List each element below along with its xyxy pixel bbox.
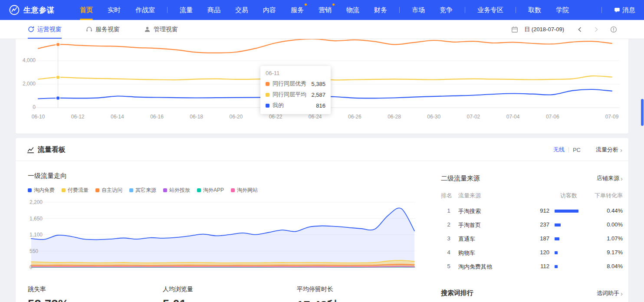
nav-item-label: 财务 [374, 6, 387, 14]
secondary-traffic-pane: 二级流量来源 店铺来源 › 排名流量来源访客数下单转化率 1手淘搜索9120.4… [441, 138, 623, 302]
legend-item-付费流量[interactable]: 付费流量 [62, 187, 89, 194]
visitors-bar [555, 265, 558, 268]
source-cell[interactable]: 手淘首页 [458, 221, 481, 229]
nav-item-消息[interactable]: 消息 [614, 0, 635, 20]
legend-swatch [95, 188, 99, 192]
metric-跳失率: 跳失率58.73% [28, 286, 69, 302]
table-row: 5淘内免费其他1128.04% [441, 259, 623, 273]
legend-item-淘内免费[interactable]: 淘内免费 [28, 187, 55, 194]
table-row: 1手淘搜索9120.44% [441, 204, 623, 218]
nav-item-label: 作战室 [135, 6, 155, 14]
nav-item-竞争[interactable]: 竞争 [440, 0, 453, 20]
nav-group: 取数学院 [528, 0, 569, 20]
nav-item-服务[interactable]: 服务 [291, 0, 304, 20]
nav-divider [399, 7, 400, 13]
tooltip-series-label: 同行同层平均 [273, 91, 306, 98]
nav-item-label: 服务 [291, 6, 304, 14]
nav-item-商品[interactable]: 商品 [207, 0, 220, 20]
x-tick-label: 06-24 [303, 114, 327, 120]
nav-item-物流[interactable]: 物流 [346, 0, 359, 20]
nav-item-label: 营销 [319, 6, 332, 14]
x-tick-label: 06-20 [224, 114, 248, 120]
rate-cell: 8.04% [579, 263, 623, 269]
x-tick-label: 07-02 [461, 114, 486, 120]
message-icon [614, 7, 620, 13]
source-cell[interactable]: 手淘搜索 [458, 207, 481, 215]
source-cell[interactable]: 购物车 [458, 249, 475, 257]
col-visitors[interactable]: 访客数 [534, 192, 577, 200]
metric-value: 58.73% [28, 298, 69, 302]
nav-item-市场[interactable]: 市场 [412, 0, 425, 20]
view-toolbar: 运营视窗服务视窗管理视窗 日 (2018-07-09) [0, 20, 644, 39]
legend-item-淘外APP[interactable]: 淘外APP [197, 187, 224, 194]
nav-item-label: 商品 [207, 6, 220, 14]
col-rank[interactable]: 排名 [441, 192, 452, 200]
x-tick-label: 06-16 [145, 114, 169, 120]
sycm-logo-icon [9, 4, 20, 16]
word-helper-link[interactable]: 选词助手 › [597, 289, 623, 297]
nav-item-首页[interactable]: 首页 [80, 0, 93, 20]
legend-item-站外投放[interactable]: 站外投放 [163, 187, 190, 194]
metric-人均浏览量: 人均浏览量5.01 [163, 286, 193, 302]
tab-服务视窗[interactable]: 服务视窗 [86, 20, 120, 39]
legend-item-淘外网站[interactable]: 淘外网站 [231, 187, 258, 194]
nav-item-label: 竞争 [440, 6, 453, 14]
nav-item-实时[interactable]: 实时 [108, 0, 121, 20]
col-source[interactable]: 流量来源 [458, 192, 481, 200]
rank-cell: 1 [441, 207, 457, 214]
legend-item-自主访问[interactable]: 自主访问 [95, 187, 122, 194]
nav-item-流量[interactable]: 流量 [180, 0, 193, 20]
chart-tooltip: 06-11 同行同层优秀5,385同行同层平均2,587我的816 [260, 66, 331, 114]
legend-item-其它来源[interactable]: 其它来源 [129, 187, 156, 194]
prev-day-button[interactable] [575, 26, 585, 33]
legend-swatch [129, 188, 133, 192]
nav-item-label: 业务专区 [477, 6, 503, 14]
traffic-board-title: 流量看板 [27, 145, 66, 154]
nav-item-作战室[interactable]: 作战室 [135, 0, 155, 20]
nav-group: 消息 [614, 0, 635, 20]
nav-item-营销[interactable]: 营销 [319, 0, 332, 20]
legend-swatch [28, 188, 32, 192]
page-scrollbar[interactable] [641, 99, 644, 126]
calendar-icon[interactable] [511, 26, 518, 33]
metric-label: 人均浏览量 [163, 286, 193, 293]
nav-item-内容[interactable]: 内容 [263, 0, 276, 20]
tab-管理视窗[interactable]: 管理视窗 [144, 20, 178, 39]
nav-group: 业务专区 [477, 0, 503, 20]
nav-item-交易[interactable]: 交易 [235, 0, 248, 20]
info-icon[interactable] [608, 25, 620, 34]
tooltip-rows: 同行同层优秀5,385同行同层平均2,587我的816 [266, 80, 325, 109]
date-range-selector[interactable]: 日 (2018-07-09) [524, 26, 564, 33]
nav-item-label: 取数 [528, 6, 541, 14]
shop-source-link[interactable]: 店铺来源 › [597, 174, 623, 182]
nav-item-业务专区[interactable]: 业务专区 [477, 0, 503, 20]
nav-item-学院[interactable]: 学院 [556, 0, 569, 20]
series-marker [266, 104, 269, 108]
table-header: 排名流量来源访客数下单转化率 [441, 192, 623, 200]
next-day-button[interactable] [591, 26, 601, 33]
visitors-bar [555, 223, 561, 226]
series-marker [266, 82, 269, 86]
nav-item-取数[interactable]: 取数 [528, 0, 541, 20]
x-tick-label: 07-06 [540, 114, 565, 120]
nav-item-财务[interactable]: 财务 [374, 0, 387, 20]
visitors-cell: 237 [506, 221, 549, 228]
source-cell[interactable]: 直通车 [458, 235, 475, 243]
table-row: 4购物车1209.17% [441, 246, 623, 259]
tab-运营视窗[interactable]: 运营视窗 [28, 20, 62, 39]
x-tick-label: 06-12 [66, 114, 90, 120]
metric-平均停留时长: 平均停留时长17.48秒 [297, 286, 339, 302]
brand[interactable]: 生意参谋 [9, 4, 55, 16]
x-tick-label: 07-04 [501, 114, 525, 120]
primary-traffic-chart[interactable] [16, 196, 432, 270]
source-cell[interactable]: 淘内免费其他 [458, 263, 492, 271]
search-rank-title: 搜索词排行 [441, 289, 473, 297]
col-rate[interactable]: 下单转化率 [579, 192, 623, 200]
nav-divider [167, 7, 168, 13]
traffic-board-title-text: 流量看板 [38, 145, 66, 154]
nav-item-label: 首页 [80, 6, 93, 14]
rank-cell: 4 [441, 249, 457, 256]
legend-label: 淘外网站 [237, 187, 258, 194]
visitors-bar [555, 210, 578, 213]
notification-dot [332, 3, 335, 6]
